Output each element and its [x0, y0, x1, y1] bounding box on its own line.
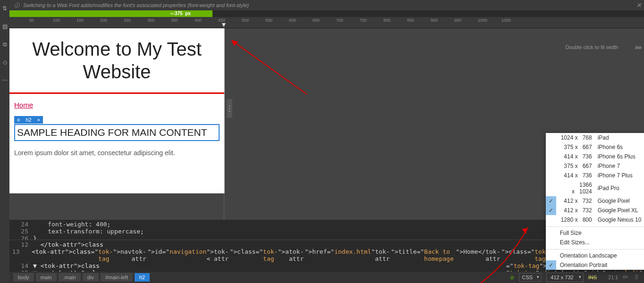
svg-line-0: [231, 40, 307, 94]
size-option[interactable]: 414 x 736iPhone 7 Plus: [546, 171, 644, 180]
svg-marker-1: [231, 40, 238, 46]
size-option[interactable]: 1024 x 768iPad: [546, 133, 644, 142]
viewport-size-dropdown[interactable]: 412 x 732: [546, 273, 583, 282]
breakpoint-label: 375 px: [175, 11, 191, 16]
ruler-marker-icon[interactable]: ▼: [220, 21, 227, 28]
tool-icon-5[interactable]: ⋯: [0, 75, 9, 85]
cursor-position: 21:1: [608, 275, 618, 280]
divider: [9, 92, 224, 94]
size-option[interactable]: 1366 x 1024iPad Pro: [546, 180, 644, 196]
preview-pane: Welcome to My Test Website Home ≡ h2 + S…: [9, 28, 225, 193]
fit-arrows-icon[interactable]: ›››››: [635, 43, 641, 51]
tool-icon-2[interactable]: ▤: [0, 22, 9, 31]
crumb-.main[interactable]: .main: [59, 273, 81, 282]
tool-icon-4[interactable]: ◇: [0, 58, 9, 67]
size-option[interactable]: Orientation Landscape: [546, 249, 644, 260]
warning-icon[interactable]: INS: [588, 275, 597, 280]
size-option[interactable]: Edit Sizes...: [546, 238, 644, 247]
bp-chevrons-icon: ‹‹‹‹‹: [170, 10, 174, 16]
tool-icon-1[interactable]: ⇅: [0, 4, 9, 13]
fit-hint: Double click to fit width: [566, 44, 619, 50]
toolbar-icon-1[interactable]: ▭: [623, 274, 630, 281]
tool-icon-3[interactable]: ⧉: [0, 40, 9, 49]
info-text: Switching to a Web Font adds/modifies th…: [23, 2, 249, 8]
hamburger-icon[interactable]: ≡: [14, 116, 23, 124]
selected-tag-badge[interactable]: h2: [23, 116, 34, 124]
size-option[interactable]: 414 x 736iPhone 6s Plus: [546, 152, 644, 161]
left-toolbar: ⇅ ▤ ⧉ ◇ ⋯: [0, 0, 9, 283]
breakpoint-bar[interactable]: ‹‹‹‹‹ 375 px: [9, 10, 644, 17]
size-option[interactable]: ✓412 x 732Google Pixel: [546, 196, 644, 206]
crumb-div[interactable]: div: [83, 273, 99, 282]
size-option[interactable]: ✓Orientation Portrait: [546, 260, 644, 270]
info-bar: ⓘ Switching to a Web Font adds/modifies …: [9, 0, 644, 10]
crumb-#main-left[interactable]: #main-left: [101, 273, 133, 282]
resize-grip[interactable]: [227, 99, 232, 118]
size-option[interactable]: Full Size: [546, 226, 644, 238]
check-icon[interactable]: ⊘: [510, 275, 514, 281]
viewport-size-menu: 1024 x 768iPad375 x 667iPhone 6s414 x 73…: [546, 133, 644, 270]
home-link[interactable]: Home: [9, 101, 224, 109]
close-icon[interactable]: ✕: [636, 1, 642, 9]
plus-icon[interactable]: +: [34, 116, 43, 124]
selection-badges: ≡ h2 +: [14, 116, 220, 124]
size-option[interactable]: ✓412 x 732Google Pixel XL: [546, 206, 644, 215]
size-option[interactable]: 1280 x 800Google Nexus 10: [546, 215, 644, 225]
size-option[interactable]: 375 x 667iPhone 6s: [546, 142, 644, 152]
selected-h2[interactable]: SAMPLE HEADING FOR MAIN CONTENT: [14, 124, 220, 141]
page-title: Welcome to My Test Website: [9, 28, 224, 88]
toolbar-icon-2[interactable]: ▯: [635, 274, 643, 281]
body-paragraph: Lorem ipsum dolor sit amet, consectetur …: [9, 141, 224, 158]
crumb-h2[interactable]: h2: [135, 273, 150, 282]
red-arrow-annotation: [227, 38, 312, 99]
css-mode-dropdown[interactable]: CSS: [519, 273, 542, 282]
code-area: 24 font-weight: 400;25 text-transform: u…: [9, 219, 644, 283]
size-option[interactable]: 375 x 667iPhone 7: [546, 161, 644, 171]
info-icon: ⓘ: [14, 2, 19, 9]
ruler[interactable]: 5010015020025030035040045050055060065070…: [9, 17, 644, 28]
tag-breadcrumb: bodymain.maindiv#main-lefth2 ⊘ CSS 412 x…: [9, 272, 644, 283]
crumb-body[interactable]: body: [13, 273, 34, 282]
crumb-main[interactable]: main: [36, 273, 57, 282]
